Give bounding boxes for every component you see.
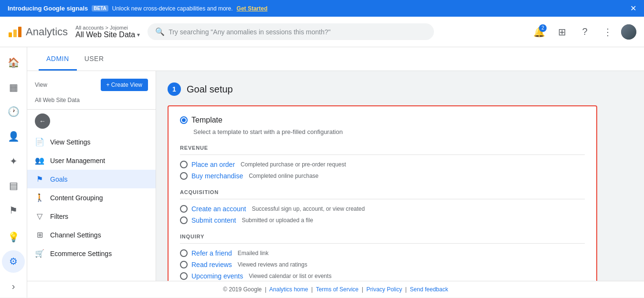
refer-friend-radio[interactable]	[180, 249, 188, 257]
goal-create-account[interactable]: Create an account Successful sign up, ac…	[180, 203, 585, 215]
place-order-name: Place an order	[191, 161, 235, 168]
goals-label: Goals	[50, 175, 68, 183]
template-radio[interactable]	[180, 116, 188, 124]
nav-item-behavior[interactable]: ▤	[2, 175, 25, 197]
filter-icon: ▽	[35, 212, 44, 221]
create-account-radio[interactable]	[180, 205, 188, 213]
nav-item-lightbulb[interactable]: 💡	[2, 226, 25, 248]
goal-place-an-order[interactable]: Place an order Completed purchase or pre…	[180, 159, 585, 170]
account-selector[interactable]: All accounts > Jojomei All Web Site Data…	[75, 25, 140, 39]
inquiry-category: INQUIRY	[180, 234, 585, 239]
sidebar-header: View + Create View	[27, 79, 156, 95]
sidebar-item-user-management[interactable]: 👥 User Management	[27, 151, 156, 170]
refer-friend-desc: Emailed link	[238, 250, 269, 257]
revenue-divider	[180, 154, 585, 155]
sidebar-item-view-settings[interactable]: 📄 View Settings	[27, 133, 156, 151]
people-icon: 👥	[35, 156, 44, 165]
create-account-desc: Successful sign up, account, or view cre…	[252, 206, 365, 212]
submit-content-radio[interactable]	[180, 216, 188, 224]
channel-icon: ⊞	[35, 230, 44, 239]
buy-merchandise-radio[interactable]	[180, 172, 188, 180]
admin-tabs: ADMIN USER	[27, 47, 644, 71]
analytics-home-link[interactable]: Analytics home	[269, 286, 308, 293]
tab-user[interactable]: USER	[77, 47, 112, 71]
account-name: All Web Site Data ▾	[75, 31, 140, 39]
goal-submit-content[interactable]: Submit content Submitted or uploaded a f…	[180, 215, 585, 226]
banner-content: Introducing Google signals BETA Unlock n…	[8, 5, 267, 12]
template-label: Template	[191, 116, 222, 124]
nav-item-home[interactable]: 🏠	[2, 51, 25, 74]
revenue-category: REVENUE	[180, 145, 585, 151]
goal-setup-section: 1 Goal setup Template Select a template …	[168, 82, 597, 281]
upcoming-events-name: Upcoming events	[191, 272, 243, 280]
close-icon[interactable]: ✕	[630, 4, 636, 13]
acquisition-divider	[180, 199, 585, 199]
svg-rect-0	[9, 32, 12, 37]
nav-item-audience[interactable]: 👤	[2, 125, 25, 148]
apps-button[interactable]: ⊞	[552, 22, 571, 41]
place-order-radio[interactable]	[180, 161, 188, 168]
sidebar-item-content-grouping[interactable]: 🚶 Content Grouping	[27, 188, 156, 207]
buy-merchandise-desc: Completed online purchase	[249, 173, 318, 179]
goal-upcoming-events[interactable]: Upcoming events Viewed calendar or list …	[180, 270, 585, 281]
more-options-button[interactable]: ⋮	[598, 22, 617, 41]
banner-title: Introducing Google signals	[8, 5, 88, 12]
user-avatar[interactable]	[621, 24, 636, 40]
svg-rect-1	[13, 30, 17, 37]
notification-badge: 2	[539, 24, 547, 32]
flag-icon: ⚑	[35, 175, 44, 184]
ecommerce-settings-label: Ecommerce Settings	[50, 250, 112, 257]
read-reviews-radio[interactable]	[180, 261, 188, 268]
svg-rect-2	[18, 27, 21, 37]
header-actions: 🔔 2 ⊞ ? ⋮	[529, 22, 636, 41]
banner-subtitle: Unlock new cross-device capabilities and…	[112, 5, 233, 12]
view-sidebar: View + Create View All Web Site Data ← 📄…	[27, 71, 156, 281]
acquisition-category: ACQUISITION	[180, 189, 585, 195]
walk-icon: 🚶	[35, 193, 44, 202]
content-grouping-label: Content Grouping	[50, 194, 103, 202]
template-option[interactable]: Template	[180, 116, 585, 124]
content-area: View + Create View All Web Site Data ← 📄…	[27, 71, 644, 281]
filters-label: Filters	[50, 213, 68, 220]
sidebar-account-name: All Web Site Data	[27, 95, 156, 110]
sidebar-item-channel-settings[interactable]: ⊞ Channel Settings	[27, 226, 156, 244]
banner-cta[interactable]: Get Started	[237, 5, 268, 12]
terms-of-service-link[interactable]: Terms of Service	[316, 286, 359, 293]
search-bar[interactable]: 🔍 Try searching "Any anomalies in sessio…	[148, 23, 434, 40]
app-layout: 🏠 ▦ 🕐 👤 ✦ ▤ ⚑ 💡 ⚙ › ADMIN USER View + Cr…	[0, 47, 644, 298]
sidebar-item-ecommerce-settings[interactable]: 🛒 Ecommerce Settings	[27, 244, 156, 263]
tab-admin[interactable]: ADMIN	[39, 47, 77, 71]
search-placeholder: Try searching "Any anomalies in sessions…	[169, 28, 330, 36]
template-description: Select a template to start with a pre-fi…	[193, 128, 585, 135]
help-button[interactable]: ?	[575, 22, 594, 41]
chevron-down-icon: ▾	[137, 31, 140, 38]
create-view-button[interactable]: + Create View	[101, 79, 148, 91]
upcoming-events-desc: Viewed calendar or list or events	[249, 273, 331, 279]
sidebar-item-goals[interactable]: ⚑ Goals	[27, 170, 156, 188]
goal-buy-merchandise[interactable]: Buy merchandise Completed online purchas…	[180, 170, 585, 182]
upcoming-events-radio[interactable]	[180, 272, 188, 280]
goal-read-reviews[interactable]: Read reviews Viewed reviews and ratings	[180, 259, 585, 270]
privacy-policy-link[interactable]: Privacy Policy	[366, 286, 402, 293]
notifications-button[interactable]: 🔔 2	[529, 22, 549, 41]
nav-item-expand[interactable]: ›	[2, 275, 25, 298]
back-button[interactable]: ←	[35, 113, 50, 129]
view-settings-label: View Settings	[50, 138, 91, 146]
template-card: Template Select a template to start with…	[168, 105, 597, 281]
read-reviews-name: Read reviews	[191, 261, 232, 268]
send-feedback-link[interactable]: Send feedback	[410, 286, 448, 293]
nav-item-acquisition[interactable]: ✦	[2, 150, 25, 173]
view-label: View	[35, 82, 47, 88]
buy-merchandise-name: Buy merchandise	[191, 172, 243, 180]
nav-item-reports[interactable]: 🕐	[2, 100, 25, 123]
nav-item-settings[interactable]: ⚙	[2, 250, 25, 273]
nav-item-flag[interactable]: ⚑	[2, 199, 25, 222]
sidebar-item-filters[interactable]: ▽ Filters	[27, 207, 156, 226]
copyright-text: © 2019 Google	[223, 286, 262, 293]
doc-icon: 📄	[35, 137, 44, 146]
goal-refer-a-friend[interactable]: Refer a friend Emailed link	[180, 247, 585, 259]
search-icon: 🔍	[155, 27, 165, 36]
nav-item-dashboard[interactable]: ▦	[2, 76, 25, 99]
step-number: 1	[168, 82, 181, 96]
step-title: Goal setup	[187, 84, 233, 95]
